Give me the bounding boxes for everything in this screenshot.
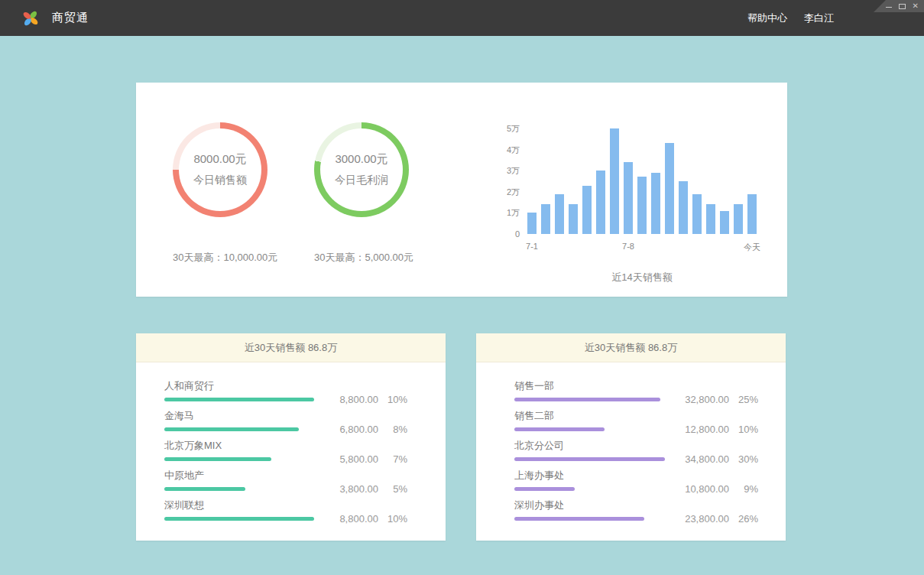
ranking-row-name: 销售二部 [514,409,758,422]
titlebar: 商贸通 帮助中心 李白江 ✕ [0,0,924,36]
ranking-row-name: 销售一部 [514,379,758,392]
sales-bar [624,162,633,234]
ranking-section: 近30天销售额 86.8万 人和商贸行8,800.0010%金海马6,800.0… [136,333,924,541]
ranking-row-name: 北京万象MIX [164,439,407,452]
ranking-row: 销售一部32,800.0025% [514,379,758,401]
app-logo-icon [21,9,40,28]
ranking-row-amount: 3,800.00 [322,483,378,495]
x-tick-label: 7-8 [622,242,634,251]
sales-bar [651,173,660,234]
minimize-icon[interactable] [886,7,892,8]
ranking-row-amount: 8,800.00 [322,513,378,525]
ranking-row-percent: 7% [378,453,407,465]
ranking-row: 上海办事处10,800.009% [514,469,758,491]
ranking-row-values: 3,800.005% [322,483,407,495]
ranking-row-values: 32,800.0025% [673,394,758,405]
ranking-row: 金海马6,800.008% [164,409,407,431]
customer-ranking-card: 近30天销售额 86.8万 人和商贸行8,800.0010%金海马6,800.0… [136,333,446,541]
ranking-row-percent: 10% [378,513,407,525]
ranking-row-values: 6,800.008% [322,424,407,435]
sales-bar [527,213,537,234]
today-profit-label: 今日毛利润 [335,174,388,187]
department-ranking-title: 近30天销售额 86.8万 [476,333,786,362]
x-tick-label: 今天 [744,242,760,253]
ranking-row-amount: 5,800.00 [322,453,378,465]
today-profit-max: 30天最高：5,000.00元 [314,251,409,265]
sales-bars [527,128,757,234]
ranking-row-values: 10,800.009% [673,483,758,495]
chart-y-axis: 5万4万3万2万1万0 [495,128,520,234]
ranking-row-name: 金海马 [164,409,407,422]
today-sales-max: 30天最高：10,000.00元 [173,251,267,265]
user-name-link[interactable]: 李白江 [804,11,834,25]
ranking-row-values: 8,800.0010% [322,513,407,525]
help-center-link[interactable]: 帮助中心 [747,11,787,25]
ranking-row-values: 12,800.0010% [673,424,758,435]
ranking-row-bar [164,487,245,491]
today-profit-value: 3000.00元 [335,152,387,167]
ranking-row-percent: 9% [729,483,758,495]
chart-caption: 近14天销售额 [527,271,757,284]
ranking-row-name: 中原地产 [164,469,407,482]
y-tick-label: 2万 [507,186,520,197]
sales-bar [596,171,605,234]
maximize-icon[interactable] [899,4,905,9]
sales-bar [555,194,564,234]
gauges: 8000.00元 今日销售额 30天最高：10,000.00元 3000.00元… [173,106,409,297]
ranking-row-name: 深圳办事处 [514,499,758,512]
y-tick-label: 1万 [507,207,520,219]
today-sales-value: 8000.00元 [193,152,246,167]
customer-ranking-title: 近30天销售额 86.8万 [136,333,446,362]
sales-bar [679,181,688,234]
ranking-row-name: 上海办事处 [514,469,758,482]
sales-bar [706,204,715,234]
chart-x-axis: 7-17-8今天 [527,242,757,254]
sales-bar-chart: 5万4万3万2万1万0 7-17-8今天 近14天销售额 [495,106,757,297]
sales-bar [637,177,647,234]
ranking-row: 北京分公司34,800.0030% [514,439,758,461]
ranking-row-bar [514,517,644,521]
app-title: 商贸通 [52,11,89,25]
ranking-row-values: 8,800.0010% [322,394,407,405]
ranking-row-values: 5,800.007% [322,453,407,465]
ranking-row-bar [514,457,665,461]
ranking-row-values: 34,800.0030% [673,453,758,465]
ranking-row: 深圳办事处23,800.0026% [514,499,758,521]
ranking-row-name: 北京分公司 [514,439,758,452]
window-controls: ✕ [874,0,924,12]
ranking-row: 深圳联想8,800.0010% [164,499,407,521]
close-icon[interactable]: ✕ [913,2,919,10]
department-ranking-rows: 销售一部32,800.0025%销售二部12,800.0010%北京分公司34,… [476,362,786,541]
ranking-row-bar [164,398,314,401]
ranking-row-amount: 10,800.00 [673,483,729,495]
ranking-row-bar [514,398,660,401]
sales-bar [720,211,729,234]
ranking-row-percent: 30% [729,453,758,465]
sales-bar [747,194,757,234]
overview-card: 8000.00元 今日销售额 30天最高：10,000.00元 3000.00元… [136,83,787,297]
sales-bar [734,204,743,234]
ranking-row-bar [514,487,575,491]
ranking-row-bar [514,427,605,431]
sales-bar [692,194,702,234]
y-tick-label: 4万 [507,144,520,155]
today-profit-gauge: 3000.00元 今日毛利润 30天最高：5,000.00元 [314,106,409,297]
ranking-row-amount: 6,800.00 [322,424,378,435]
ranking-row: 销售二部12,800.0010% [514,409,758,431]
ranking-row: 北京万象MIX5,800.007% [164,439,407,461]
ranking-row-percent: 8% [378,424,407,435]
sales-bar [582,186,592,234]
sales-bar [665,143,674,234]
department-ranking-card: 近30天销售额 86.8万 销售一部32,800.0025%销售二部12,800… [476,333,786,541]
ranking-row-amount: 12,800.00 [673,424,729,435]
ranking-row-amount: 23,800.00 [673,513,729,525]
ranking-row-bar [164,457,271,461]
sales-bar [569,204,578,234]
ranking-row-percent: 26% [729,513,758,525]
x-tick-label: 7-1 [526,242,538,251]
y-tick-label: 5万 [507,123,520,135]
today-sales-gauge: 8000.00元 今日销售额 30天最高：10,000.00元 [173,106,267,297]
ranking-row-amount: 34,800.00 [673,453,729,465]
sales-bar [610,128,619,234]
ranking-row-name: 人和商贸行 [164,379,407,392]
